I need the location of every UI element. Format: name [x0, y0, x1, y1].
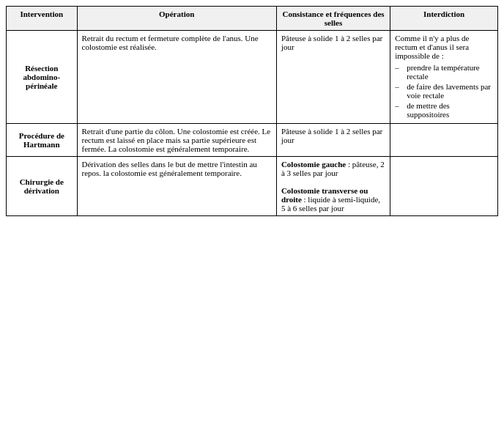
list-item: de mettre des suppositoires [395, 101, 493, 119]
list-item: prendre la température rectale [395, 63, 493, 81]
interdiction-list-1: prendre la température rectale de faire … [395, 63, 493, 119]
intervention-cell-3: Chirurgie de dérivation [7, 157, 78, 216]
list-item: de faire des lavements par voie rectale [395, 82, 493, 100]
table-row: Chirurgie de dérivation Dérivation des s… [7, 157, 498, 216]
table-row: Procédure de Hartmann Retrait d'une part… [7, 124, 498, 157]
intervention-cell-1: Résection abdomino-périnéale [7, 31, 78, 124]
interdiction-cell-2 [390, 124, 498, 157]
header-intervention: Intervention [7, 7, 78, 31]
header-operation: Opération [77, 7, 276, 31]
interdiction-cell-1: Comme il n'y a plus de rectum et d'anus … [390, 31, 498, 124]
header-interdiction: Interdiction [390, 7, 498, 31]
operation-cell-2: Retrait d'une partie du côlon. Une colos… [77, 124, 276, 157]
interdiction-cell-3 [390, 157, 498, 216]
consistance-cell-3: Colostomie gauche : pâteuse, 2 à 3 selle… [276, 157, 390, 216]
consistance-cell-1: Pâteuse à solide 1 à 2 selles par jour [276, 31, 390, 124]
medical-table: Intervention Opération Consistance et fr… [6, 6, 498, 216]
operation-cell-3: Dérivation des selles dans le but de met… [77, 157, 276, 216]
consistance-cell-2: Pâteuse à solide 1 à 2 selles par jour [276, 124, 390, 157]
table-row: Résection abdomino-périnéale Retrait du … [7, 31, 498, 124]
interdiction-intro-1: Comme il n'y a plus de rectum et d'anus … [395, 34, 469, 60]
operation-cell-1: Retrait du rectum et fermeture complète … [77, 31, 276, 124]
intervention-cell-2: Procédure de Hartmann [7, 124, 78, 157]
consistance-bold-1: Colostomie gauche [281, 160, 346, 169]
header-consistance: Consistance et fréquences des selles [276, 7, 390, 31]
